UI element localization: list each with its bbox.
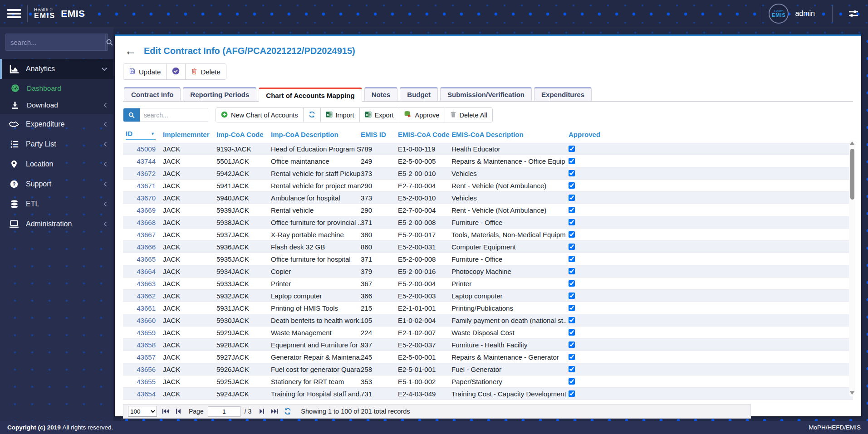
app-logo[interactable]: Health♡ EMIS [34, 8, 55, 20]
confirm-button[interactable] [167, 64, 186, 79]
row-id-link[interactable]: 43659 [137, 329, 156, 336]
approved-checkbox[interactable] [569, 231, 575, 238]
scrollbar-up-icon[interactable] [850, 141, 854, 145]
row-id-link[interactable]: 43662 [137, 292, 156, 300]
import-button[interactable]: X Import [321, 108, 360, 122]
row-id-link[interactable]: 43744 [137, 157, 156, 165]
column-header-emis-coa-description[interactable]: EMIS-CoA Description [451, 128, 566, 140]
page-size-select[interactable]: 100 [128, 406, 157, 417]
cell-imp-desc: Flash desk 32 GB [271, 241, 361, 253]
cell-emis-code: E1-0-00-119 [398, 143, 451, 155]
grid-search-button[interactable] [123, 108, 140, 122]
sidebar-item-location[interactable]: Location [0, 154, 113, 174]
column-header-emis-id[interactable]: EMIS ID [361, 128, 398, 140]
grid-search-input[interactable] [140, 108, 208, 122]
row-id-link[interactable]: 43666 [137, 243, 156, 251]
sidebar-item-analytics[interactable]: Analytics [0, 59, 113, 79]
sidebar-item-download[interactable]: Download [0, 97, 113, 113]
pager-refresh-icon[interactable] [283, 407, 292, 416]
sidebar-search-input[interactable] [6, 39, 105, 46]
next-page-icon[interactable] [258, 407, 265, 415]
settings-sliders-icon[interactable] [847, 8, 860, 19]
column-header-id[interactable]: ID▼ [126, 128, 156, 140]
delete-button[interactable]: Delete [186, 64, 226, 79]
row-id-link[interactable]: 43656 [137, 366, 156, 373]
approved-checkbox[interactable] [569, 182, 575, 189]
first-page-icon[interactable] [161, 407, 171, 415]
tab-submission-verification[interactable]: Submission/Verification [440, 87, 532, 101]
sidebar-item-support[interactable]: ?Support [0, 174, 113, 194]
row-id-link[interactable]: 43661 [137, 304, 156, 312]
user-avatar[interactable]: Health EMIS [769, 4, 789, 24]
tab-contract-info[interactable]: Contract Info [124, 87, 181, 101]
approved-checkbox[interactable] [569, 366, 575, 372]
row-id-link[interactable]: 43658 [137, 341, 156, 349]
approved-checkbox[interactable] [569, 207, 575, 213]
tab-budget[interactable]: Budget [400, 87, 438, 101]
row-id-link[interactable]: 43655 [137, 378, 156, 385]
row-id-link[interactable]: 43663 [137, 280, 156, 288]
approved-checkbox[interactable] [569, 378, 575, 385]
column-header-imp-coa-code[interactable]: Imp-CoA Code [216, 128, 271, 140]
row-id-link[interactable]: 43668 [137, 219, 156, 226]
column-header-emis-coa-code[interactable]: EMIS-CoA Code [398, 128, 451, 140]
approved-checkbox[interactable] [569, 354, 575, 360]
approved-checkbox[interactable] [569, 244, 575, 250]
page-number-input[interactable] [208, 406, 240, 417]
approved-checkbox[interactable] [569, 280, 575, 287]
approved-checkbox[interactable] [569, 146, 575, 152]
approved-checkbox[interactable] [569, 317, 575, 323]
export-button[interactable]: X Export [360, 108, 399, 122]
approved-checkbox[interactable] [569, 219, 575, 225]
row-id-link[interactable]: 43664 [137, 268, 156, 275]
prev-page-icon[interactable] [175, 407, 182, 415]
row-id-link[interactable]: 43669 [137, 206, 156, 214]
username-label[interactable]: admin [795, 10, 815, 18]
approved-checkbox[interactable] [569, 390, 575, 397]
row-id-link[interactable]: 43657 [137, 353, 156, 361]
row-id-link[interactable]: 43670 [137, 194, 156, 202]
column-header-approved[interactable]: Approved [566, 128, 608, 140]
approved-checkbox[interactable] [569, 329, 575, 336]
update-button[interactable]: Update [123, 64, 167, 79]
approved-checkbox[interactable] [569, 158, 575, 164]
approved-checkbox[interactable] [569, 256, 575, 262]
sidebar-item-label: Support [26, 180, 103, 188]
tab-notes[interactable]: Notes [364, 87, 398, 101]
approved-checkbox[interactable] [569, 195, 575, 201]
row-id-link[interactable]: 43660 [137, 317, 156, 324]
approved-checkbox[interactable] [569, 170, 575, 176]
row-id-link[interactable]: 45009 [137, 145, 156, 153]
sidebar-item-expenditure[interactable]: Expenditure [0, 114, 113, 134]
search-icon[interactable] [105, 34, 113, 50]
approve-button[interactable]: Approve [399, 108, 445, 122]
tab-reporting-periods[interactable]: Reporting Periods [183, 87, 256, 101]
sidebar-item-administration[interactable]: Administration [0, 214, 113, 234]
new-chart-of-accounts-button[interactable]: New Chart of Accounts [216, 108, 304, 122]
scrollbar-thumb[interactable] [850, 149, 854, 200]
last-page-icon[interactable] [270, 407, 279, 415]
tab-expenditures[interactable]: Expenditures [534, 87, 592, 101]
row-id-link[interactable]: 43654 [137, 390, 156, 398]
sidebar-item-party-list[interactable]: 123Party List [0, 134, 113, 154]
menu-icon[interactable] [7, 7, 21, 20]
table-scrollbar[interactable] [849, 140, 855, 396]
scrollbar-down-icon[interactable] [850, 391, 854, 395]
approved-checkbox[interactable] [569, 293, 575, 299]
row-id-link[interactable]: 43671 [137, 182, 156, 190]
column-header-imp-coa-description[interactable]: Imp-CoA Description [271, 128, 361, 140]
column-header-implememnter[interactable]: Implememnter [156, 128, 216, 140]
approved-checkbox[interactable] [569, 341, 575, 348]
tab-chart-of-accounts-mapping[interactable]: Chart of Accounts Mapping [259, 88, 362, 102]
refresh-button[interactable] [304, 108, 321, 122]
row-id-link[interactable]: 43665 [137, 255, 156, 263]
approved-checkbox[interactable] [569, 268, 575, 274]
approved-checkbox[interactable] [569, 305, 575, 311]
delete-all-button[interactable]: Delete All [445, 108, 492, 122]
sidebar-item-etl[interactable]: ETL [0, 194, 113, 214]
row-id-link[interactable]: 43667 [137, 231, 156, 239]
row-id-link[interactable]: 43672 [137, 170, 156, 177]
sidebar-item-dashboard[interactable]: Dashboard [0, 80, 113, 97]
cell-imp-desc: Rental vehicle for project man... [271, 180, 361, 191]
back-arrow-icon[interactable]: ← [125, 45, 137, 57]
